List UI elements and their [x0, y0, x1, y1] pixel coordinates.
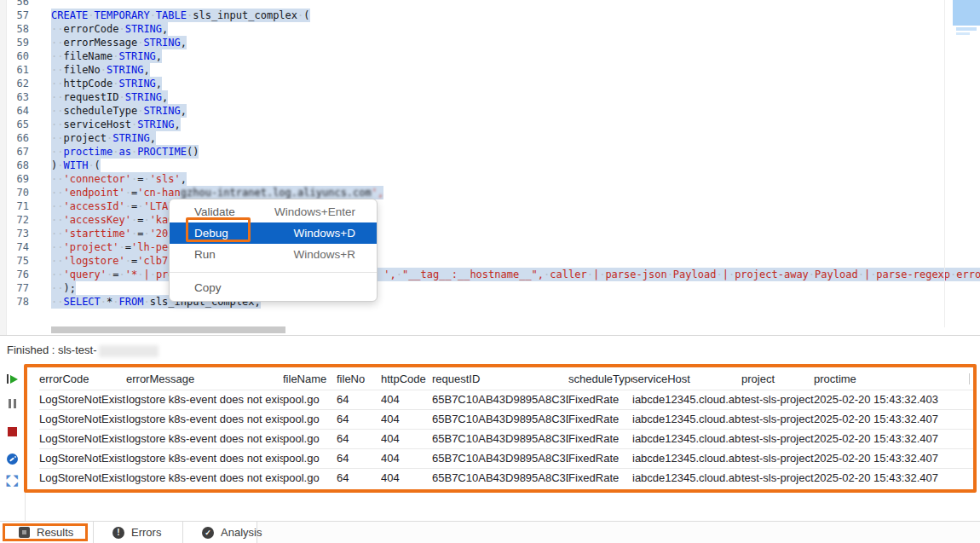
- header-tick: [969, 373, 970, 384]
- line-number: 77: [0, 281, 29, 295]
- table-cell: 404: [381, 469, 432, 488]
- table-cell: 64: [337, 390, 381, 409]
- context-menu: ValidateWindows+EnterDebugWindows+DRunWi…: [169, 199, 378, 302]
- line-number: 68: [0, 159, 29, 172]
- results-icon: [19, 527, 30, 538]
- menu-item-shortcut: Windows+R: [294, 248, 355, 261]
- sql-editor[interactable]: 5657CREATE·TEMPORARY·TABLE·sls_input_com…: [0, 0, 980, 335]
- line-number: 58: [0, 22, 29, 36]
- menu-item-copy[interactable]: Copy: [170, 275, 377, 299]
- table-cell: test-sls-project: [741, 469, 814, 488]
- tab-results[interactable]: Results: [0, 522, 94, 543]
- line-number: 63: [0, 90, 29, 104]
- results-table: errorCodeerrorMessagefileNamefileNohttpC…: [27, 367, 973, 488]
- code-line: 61··fileNo·STRING,: [0, 63, 980, 77]
- column-header-fileNo: fileNo: [337, 368, 381, 390]
- table-row[interactable]: LogStoreNotExistlogstore k8s-event does …: [39, 409, 973, 429]
- table-cell: test-sls-project: [741, 390, 814, 409]
- stop-icon[interactable]: [4, 426, 21, 437]
- table-cell: test-sls-project: [741, 430, 814, 448]
- code-line: 62··httpCode·STRING,: [0, 77, 980, 90]
- table-cell: pool.go: [283, 390, 337, 409]
- table-cell: FixedRate: [568, 410, 632, 429]
- code-line: 77··);: [0, 281, 980, 295]
- minimap-line: [956, 32, 970, 35]
- table-cell: 2025-02-20 15:43:32.407: [814, 449, 969, 468]
- minimap-line: [956, 27, 977, 31]
- table-cell: iabcde12345.cloud.abc121: [632, 410, 741, 429]
- menu-item-label: Validate: [194, 205, 235, 218]
- table-cell: FixedRate: [568, 449, 632, 468]
- table-cell: pool.go: [283, 410, 337, 429]
- resume-icon[interactable]: [4, 373, 21, 384]
- column-header-proctime: proctime: [814, 368, 969, 390]
- table-cell: 404: [381, 390, 432, 409]
- horizontal-scrollbar[interactable]: [51, 326, 285, 333]
- table-cell: 64: [337, 410, 381, 429]
- table-cell: FixedRate: [568, 469, 632, 488]
- code-line: 75··'logstore'·='clb7-l: [0, 254, 980, 268]
- line-number: 57: [0, 9, 29, 22]
- minimap-selection-block[interactable]: [953, 0, 980, 26]
- table-cell: 65B7C10AB43D9895A8C3DB6A: [432, 469, 568, 488]
- line-number: 72: [0, 213, 29, 227]
- tab-errors[interactable]: !Errors: [94, 522, 183, 543]
- table-cell: 64: [337, 449, 381, 468]
- line-number: 60: [0, 49, 29, 63]
- column-header-project: project: [741, 368, 814, 390]
- menu-separator: [170, 272, 377, 273]
- column-header-httpCode: httpCode: [381, 368, 432, 390]
- tab-label: Results: [37, 526, 73, 539]
- line-number: 56: [0, 0, 29, 9]
- tab-label: Errors: [131, 526, 161, 539]
- line-number: 73: [0, 227, 29, 240]
- table-cell: iabcde12345.cloud.abc121: [632, 390, 741, 409]
- status-text: Finished : sls-test-: [7, 344, 96, 356]
- code-line: 78··SELECT·*·FROM·sls_input_complex;: [0, 295, 980, 309]
- table-row[interactable]: LogStoreNotExistlogstore k8s-event does …: [39, 390, 973, 409]
- table-cell: pool.go: [283, 469, 337, 488]
- menu-item-label: Run: [194, 248, 216, 261]
- pause-icon[interactable]: [4, 398, 21, 409]
- table-cell: 404: [381, 410, 432, 429]
- expand-icon[interactable]: [4, 475, 21, 486]
- line-number: 78: [0, 295, 29, 309]
- table-cell: FixedRate: [568, 390, 632, 409]
- code-lines: 5657CREATE·TEMPORARY·TABLE·sls_input_com…: [0, 0, 980, 309]
- table-cell: 2025-02-20 15:43:32.407: [814, 430, 969, 448]
- table-cell: iabcde12345.cloud.abc121: [632, 430, 741, 448]
- bottom-tab-bar: Results!Errors✓Analysis: [0, 521, 980, 543]
- flink-sql-debug-screen: 5657CREATE·TEMPORARY·TABLE·sls_input_com…: [0, 0, 980, 543]
- tab-label: Analysis: [221, 526, 262, 539]
- table-cell: LogStoreNotExist: [39, 430, 126, 448]
- menu-item-shortcut: Windows+Enter: [274, 205, 355, 218]
- line-number: 69: [0, 172, 29, 186]
- table-cell: 2025-02-20 15:43:32.407: [814, 469, 969, 488]
- menu-item-run[interactable]: RunWindows+R: [170, 244, 377, 265]
- line-number: 59: [0, 36, 29, 49]
- code-line: 76··'query'·=·'*·|·proj ',·"__tag__:__ho…: [0, 268, 980, 281]
- line-number: 66: [0, 131, 29, 145]
- table-row[interactable]: LogStoreNotExistlogstore k8s-event does …: [39, 468, 973, 488]
- line-number: 62: [0, 77, 29, 90]
- menu-item-validate[interactable]: ValidateWindows+Enter: [170, 201, 377, 222]
- table-cell: 64: [337, 469, 381, 488]
- menu-item-debug[interactable]: DebugWindows+D: [170, 222, 377, 244]
- table-cell: iabcde12345.cloud.abc121: [632, 449, 741, 468]
- code-line: 64··scheduleType·STRING,: [0, 104, 980, 118]
- table-row[interactable]: LogStoreNotExistlogstore k8s-event does …: [39, 429, 973, 448]
- table-cell: 404: [381, 430, 432, 448]
- table-cell: logstore k8s-event does not exist: [126, 449, 283, 468]
- line-number: 61: [0, 63, 29, 77]
- line-number: 70: [0, 186, 29, 199]
- column-header-requestID: requestID: [432, 368, 568, 390]
- code-line: 57CREATE·TEMPORARY·TABLE·sls_input_compl…: [0, 9, 980, 22]
- tab-analysis[interactable]: ✓Analysis: [183, 522, 257, 543]
- column-header-errorMessage: errorMessage: [126, 368, 283, 390]
- table-cell: 65B7C10AB43D9895A8C3DB6A: [432, 410, 568, 429]
- table-cell: 65B7C10AB43D9895A8C3DB6A: [432, 449, 568, 468]
- dashboard-icon[interactable]: [4, 453, 21, 465]
- analysis-icon: ✓: [202, 527, 214, 539]
- table-row[interactable]: LogStoreNotExistlogstore k8s-event does …: [39, 448, 973, 468]
- results-toolbar: [0, 364, 26, 521]
